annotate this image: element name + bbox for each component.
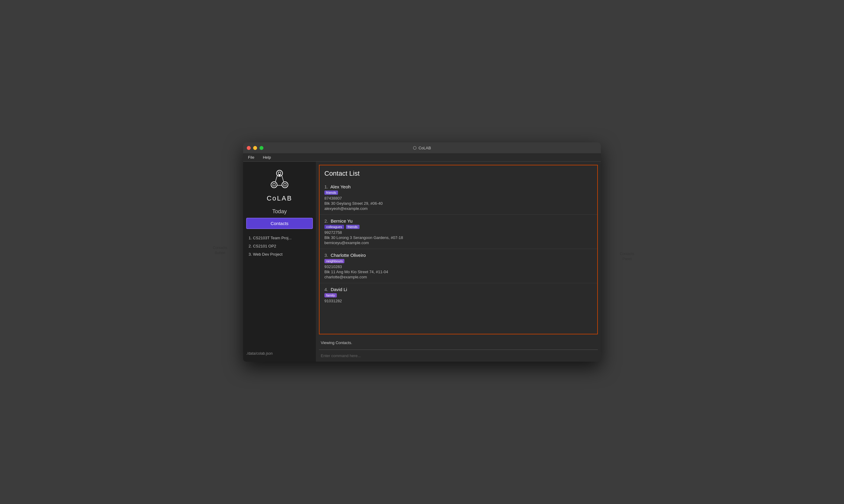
contact-tags-1: friends [324,191,592,195]
contact-list-title: Contact List [320,165,597,181]
annotation-contacts-button: ContactsButton [213,245,227,256]
tag-friends-2: friends [346,225,360,229]
tag-neighbours: neighbours [324,259,344,263]
annotation-contacts-panel: ContactsPanel [620,251,634,262]
sidebar-footer: ./data/colab.json [243,348,276,359]
contacts-button[interactable]: Contacts [246,218,313,229]
window-title: ⬡ CoLAB [413,145,431,150]
tag-family: family [324,293,337,298]
svg-rect-8 [273,183,275,186]
contact-address-2: Blk 30 Lorong 3 Serangoon Gardens, #07-1… [324,235,592,240]
contact-name-2: 2. Bernice Yu [324,218,592,223]
svg-line-4 [275,175,277,182]
tag-colleagues: colleagues [324,225,344,229]
menu-file[interactable]: File [246,155,256,160]
contact-email-2: berniceyu@example.com [324,240,592,245]
app-window: ⬡ CoLAB File Help [243,142,601,362]
tag-friends: friends [324,191,338,195]
sidebar-item-project-3[interactable]: 3. Web Dev Project [246,250,313,258]
close-button[interactable] [247,146,251,150]
svg-point-3 [282,182,288,188]
contact-email-1: alexyeoh@example.com [324,206,592,211]
contact-tags-2: colleagues friends [324,225,592,229]
contact-email-3: charlotte@example.com [324,275,592,279]
sidebar-projects-list: 1. CS2103T Team Proj... 2. CS2101 OP2 3.… [243,234,316,258]
contact-phone-4: 91031282 [324,299,592,303]
contact-item-2[interactable]: 2. Bernice Yu colleagues friends 9927275… [320,215,597,249]
menubar: File Help [243,153,601,162]
contact-address-1: Blk 30 Geylang Street 29, #06-40 [324,201,592,206]
contact-item-1[interactable]: 1. Alex Yeoh friends 87438807 Blk 30 Gey… [320,181,597,215]
minimize-button[interactable] [253,146,257,150]
app-logo [268,168,292,192]
traffic-lights [247,146,263,150]
logo-area: CoLAB [267,168,293,202]
logo-text: CoLAB [267,195,293,202]
command-input[interactable] [316,350,601,362]
menu-help[interactable]: Help [261,155,273,160]
contact-phone-1: 87438807 [324,196,592,200]
right-panel: Contact List 1. Alex Yeoh friends 874388… [316,162,601,362]
fullscreen-button[interactable] [259,146,263,150]
svg-rect-7 [278,172,281,175]
titlebar: ⬡ CoLAB [243,142,601,153]
contact-tags-3: neighbours [324,259,592,263]
contact-name-3: 3. Charlotte Oliveiro [324,253,592,258]
app-icon: ⬡ [413,145,416,150]
command-area [316,349,601,362]
contact-item-4[interactable]: 4. David Li family 91031282 [320,283,597,307]
contact-list-panel: Contact List 1. Alex Yeoh friends 874388… [319,165,598,335]
svg-point-2 [271,182,277,188]
sidebar-section-today: Today [272,209,287,215]
contact-address-3: Blk 11 Ang Mo Kio Street 74, #11-04 [324,270,592,274]
contact-phone-3: 93210283 [324,265,592,269]
contact-item-3[interactable]: 3. Charlotte Oliveiro neighbours 9321028… [320,249,597,283]
contact-name-1: 1. Alex Yeoh [324,184,592,189]
contact-phone-2: 99272758 [324,230,592,235]
sidebar-item-project-2[interactable]: 2. CS2101 OP2 [246,242,313,250]
main-layout: CoLAB Today Contacts 1. CS2103T Team Pro… [243,162,601,362]
svg-marker-1 [278,175,281,177]
svg-rect-9 [284,183,286,186]
contact-tags-4: family [324,293,592,298]
sidebar-item-project-1[interactable]: 1. CS2103T Team Proj... [246,234,313,242]
contact-name-4: 4. David Li [324,287,592,292]
status-bar: Viewing Contacts. [316,337,601,349]
sidebar: CoLAB Today Contacts 1. CS2103T Team Pro… [243,162,316,362]
svg-line-5 [282,175,284,182]
window-title-text: CoLAB [418,146,431,150]
